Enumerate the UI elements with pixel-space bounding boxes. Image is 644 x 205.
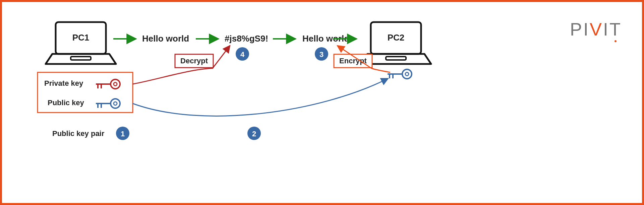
private-key-icon [96, 79, 120, 89]
pc1-label: PC1 [72, 32, 90, 43]
svg-text:1: 1 [121, 130, 125, 138]
badge-4: 4 [236, 47, 249, 61]
svg-text:4: 4 [240, 50, 245, 59]
svg-rect-1 [71, 57, 91, 60]
diagram-frame: PIVIT PC1 [0, 0, 644, 205]
laptop-pc1-icon: PC1 [46, 22, 116, 64]
svg-point-5 [114, 82, 117, 86]
plaintext-sent: Hello world [142, 33, 189, 44]
svg-rect-3 [386, 57, 406, 60]
badge-3: 3 [315, 47, 328, 61]
public-key-send-arrow [133, 78, 388, 116]
badge-2: 2 [247, 127, 261, 140]
public-key-label: Public key [48, 98, 84, 107]
svg-point-23 [405, 72, 409, 76]
svg-text:2: 2 [252, 130, 256, 138]
encryption-diagram: PC1 PC2 Hello world #js8%gS9! Hello worl… [2, 2, 642, 203]
pc2-label: PC2 [388, 32, 405, 43]
svg-text:3: 3 [319, 50, 324, 59]
keypair-caption: Public key pair [52, 129, 105, 138]
svg-point-9 [111, 99, 120, 108]
svg-point-10 [114, 102, 117, 105]
decrypt-label: Decrypt [180, 57, 208, 65]
public-key-icon [96, 99, 120, 108]
ciphertext: #js8%gS9! [225, 33, 268, 44]
svg-point-22 [402, 69, 412, 79]
svg-point-4 [111, 79, 120, 89]
encrypt-label: Encrypt [339, 57, 367, 65]
public-key-received-icon [388, 69, 412, 79]
badge-1: 1 [116, 127, 129, 140]
private-key-label: Private key [44, 79, 83, 87]
